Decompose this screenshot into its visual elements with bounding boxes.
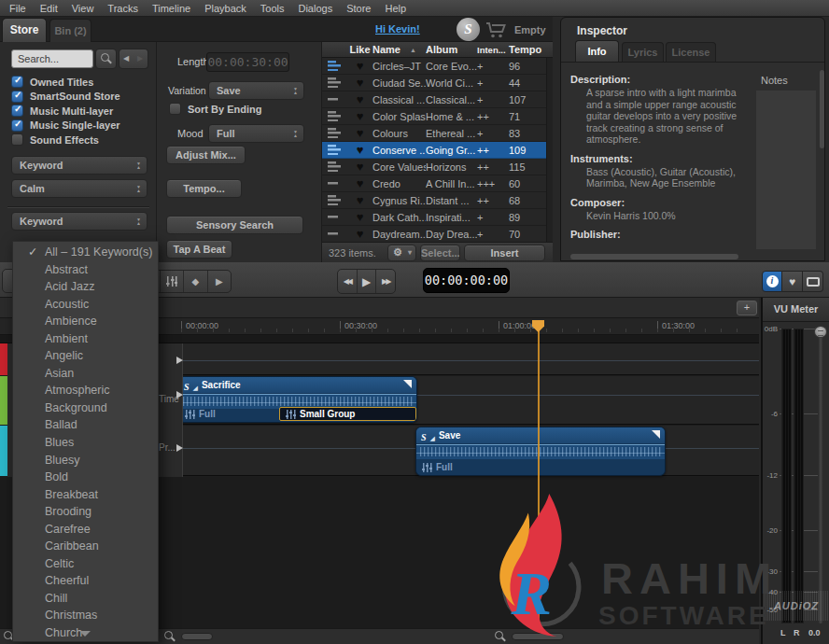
insert-button[interactable]: Insert [464, 245, 545, 261]
fast-forward-button[interactable] [376, 270, 395, 293]
marker-button[interactable] [184, 271, 207, 292]
automation-handle-icon[interactable] [176, 444, 183, 452]
keyword-select-top[interactable]: Keyword [11, 156, 148, 175]
column-album[interactable]: Album [426, 44, 477, 55]
favorites-toggle-button[interactable] [782, 271, 803, 292]
keyword-menu-item[interactable]: Carefree [13, 521, 158, 539]
video-toggle-button[interactable] [803, 271, 823, 292]
playhead-line[interactable] [538, 321, 540, 628]
heart-icon[interactable] [347, 126, 372, 140]
inspector-scrollbar-vertical[interactable] [820, 70, 824, 148]
clip-flag-icon[interactable] [403, 380, 412, 388]
keyword-menu-item[interactable]: Brooding [13, 503, 158, 521]
menu-item[interactable]: View [72, 3, 94, 14]
menu-item[interactable]: Help [385, 3, 406, 14]
keyword-menu-item[interactable]: Acoustic [13, 296, 158, 314]
keyword-menu-item[interactable]: All – 191 Keyword(s) [13, 244, 158, 261]
automation-handle-icon[interactable] [176, 357, 183, 364]
filter-checkbox[interactable]: Sound Effects [11, 133, 120, 146]
keyword-menu-item[interactable]: Breakbeat [13, 486, 158, 504]
account-link[interactable]: Hi Kevin! [375, 23, 420, 35]
adjust-mix-button[interactable]: Adjust Mix... [166, 146, 246, 164]
variation-block-full[interactable]: Full [419, 461, 453, 473]
keyword-menu-item[interactable]: Caribbean [13, 538, 158, 555]
keyword-menu-item[interactable]: Abstract [13, 261, 158, 279]
heart-icon[interactable] [347, 143, 372, 157]
track-row[interactable]: Daydream... Day Drea... + 70 [322, 226, 546, 242]
heart-icon[interactable] [347, 59, 372, 73]
clip-waveform[interactable] [416, 444, 665, 459]
menu-item[interactable]: File [9, 3, 26, 14]
menu-item[interactable]: Timeline [152, 3, 190, 14]
volume-slider-knob[interactable] [814, 326, 827, 338]
track-row[interactable]: Cygnus Ri... Distant ... ++ 68 [322, 192, 546, 209]
heart-icon[interactable] [347, 210, 372, 224]
clip-header[interactable]: Sacrifice [179, 377, 416, 393]
track-row[interactable]: Conserve ... Going Gr... ++ 109 [322, 142, 546, 159]
tab-license[interactable]: License [666, 42, 716, 62]
keyword-menu-item[interactable]: Asian [13, 365, 158, 383]
zoom-slider[interactable] [512, 633, 564, 640]
automation-handle-icon[interactable] [176, 391, 183, 399]
track-row[interactable]: Color Splash Home & ... ++ 71 [322, 108, 546, 125]
heart-icon[interactable] [347, 227, 372, 241]
clip-sacrifice[interactable]: Sacrifice Full Small Group [178, 376, 417, 423]
track-row[interactable]: Credo A Chill In... +++ 60 [322, 175, 546, 192]
search-button[interactable] [95, 49, 117, 69]
automation-line[interactable] [183, 360, 759, 361]
tab-store[interactable]: Store [2, 18, 47, 42]
keyword-menu-item[interactable]: Acid Jazz [13, 278, 158, 296]
preview-button[interactable] [208, 271, 231, 292]
menu-item[interactable]: Edit [40, 3, 58, 14]
variation-block-full[interactable]: Full [182, 408, 216, 420]
inspector-scrollbar-horizontal[interactable] [570, 254, 738, 259]
keyword-menu-item[interactable]: Ambience [13, 313, 158, 330]
volume-slider-track[interactable] [818, 329, 823, 623]
track-row[interactable]: Colours Ethereal ... + 83 [322, 125, 546, 142]
column-like[interactable]: Like [347, 44, 372, 55]
keyword-menu-item[interactable]: Atmospheric [13, 382, 158, 399]
column-intensity[interactable]: Inten... [477, 45, 509, 55]
heart-icon[interactable] [347, 193, 372, 207]
keyword-menu-item[interactable]: Bold [13, 469, 158, 486]
keyword-menu-item[interactable]: Cheerful [13, 572, 158, 590]
filter-checkbox[interactable]: Music Single-layer [11, 119, 120, 132]
scroll-down-icon[interactable] [79, 631, 91, 637]
cart-icon[interactable] [485, 21, 508, 42]
clip-header[interactable]: Save [416, 427, 665, 443]
keyword-menu-item[interactable]: Background [13, 399, 158, 417]
notes-field[interactable] [755, 90, 817, 250]
menu-item[interactable]: Tools [260, 3, 285, 14]
menu-item[interactable]: Tracks [107, 3, 138, 14]
filter-checkbox[interactable]: Owned Titles [11, 76, 120, 88]
keyword-select-bottom[interactable]: Keyword [11, 212, 148, 231]
keyword-menu-item[interactable]: Bluesy [13, 452, 158, 469]
track-row[interactable]: Ciudad Se... World Ci... + 44 [322, 75, 546, 91]
track-row[interactable]: Classical ... Classical... + 107 [322, 91, 546, 108]
keyword-menu-item[interactable]: Celtic [13, 555, 158, 573]
tab-info[interactable]: Info [575, 40, 619, 62]
mood-filter-select[interactable]: Calm [11, 179, 148, 198]
menu-item[interactable]: Playback [204, 3, 246, 14]
variation-block-small-group[interactable]: Small Group [279, 407, 416, 421]
filter-checkbox[interactable]: SmartSound Store [11, 91, 120, 103]
heart-icon[interactable] [347, 76, 372, 90]
tempo-button[interactable]: Tempo... [166, 179, 242, 198]
mood-select[interactable]: Full [208, 124, 304, 143]
tap-a-beat-button[interactable]: Tap A Beat [166, 240, 232, 259]
clip-save[interactable]: Save Full [415, 427, 666, 476]
gear-menu-button[interactable] [387, 245, 416, 261]
sensory-search-button[interactable]: Sensory Search [166, 216, 303, 234]
history-forward-button[interactable] [133, 49, 148, 69]
menu-item[interactable]: Dialogs [298, 3, 332, 14]
heart-icon[interactable] [347, 160, 372, 174]
track-row[interactable]: Dark Cath... Inspirati... + 89 [322, 209, 546, 226]
select-button[interactable]: Select... [420, 245, 460, 261]
column-tempo[interactable]: Tempo [509, 44, 541, 55]
add-track-button[interactable]: + [737, 301, 757, 315]
info-toggle-button[interactable] [762, 271, 782, 292]
heart-icon[interactable] [347, 109, 372, 123]
keyword-menu-item[interactable]: Chill [13, 590, 158, 608]
heart-icon[interactable] [347, 92, 372, 106]
history-back-button[interactable] [119, 49, 133, 69]
